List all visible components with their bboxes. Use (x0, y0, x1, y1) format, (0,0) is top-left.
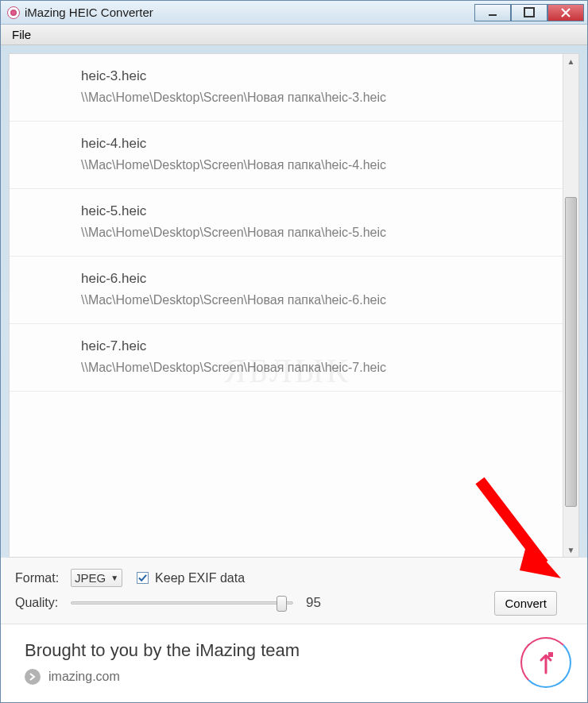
file-path: \\Mac\Home\Desktop\Screen\Новая папка\he… (81, 91, 563, 105)
maximize-button[interactable] (511, 4, 547, 21)
file-row[interactable]: heic-4.heic \\Mac\Home\Desktop\Screen\Но… (10, 122, 563, 189)
file-name: heic-3.heic (81, 68, 563, 84)
minimize-button[interactable] (474, 4, 511, 21)
app-window: iMazing HEIC Converter File heic-3.heic … (0, 0, 588, 703)
menubar: File (1, 25, 587, 45)
file-name: heic-7.heic (81, 338, 563, 354)
file-row[interactable]: heic-3.heic \\Mac\Home\Desktop\Screen\Но… (10, 54, 563, 122)
file-name: heic-6.heic (81, 271, 563, 287)
scroll-down-icon[interactable]: ▼ (563, 543, 578, 557)
file-path: \\Mac\Home\Desktop\Screen\Новая папка\he… (81, 361, 563, 375)
scroll-thumb[interactable] (565, 197, 577, 507)
window-controls (474, 4, 584, 21)
file-name: heic-5.heic (81, 203, 563, 219)
format-value: JPEG (75, 571, 106, 585)
scrollbar[interactable]: ▲ ▼ (563, 54, 578, 557)
footer-link-text: imazing.com (48, 670, 120, 684)
footer-tagline: Brought to you by the iMazing team (25, 640, 520, 661)
content-area: heic-3.heic \\Mac\Home\Desktop\Screen\Но… (9, 53, 579, 558)
app-icon (7, 6, 20, 19)
menu-file[interactable]: File (6, 26, 37, 43)
chevron-down-icon: ▼ (110, 574, 118, 582)
file-row[interactable]: heic-5.heic \\Mac\Home\Desktop\Screen\Но… (10, 189, 563, 257)
controls-panel: Format: JPEG ▼ Keep EXIF data Quality: 9… (1, 558, 587, 624)
close-icon (561, 8, 571, 17)
keep-exif-checkbox[interactable] (137, 572, 149, 584)
keep-exif-label: Keep EXIF data (155, 571, 245, 585)
convert-button[interactable]: Convert (494, 591, 557, 616)
format-select[interactable]: JPEG ▼ (71, 569, 122, 587)
check-icon (138, 574, 147, 582)
quality-label: Quality: (15, 596, 71, 610)
window-title: iMazing HEIC Converter (25, 6, 153, 19)
file-name: heic-4.heic (81, 136, 563, 152)
file-path: \\Mac\Home\Desktop\Screen\Новая папка\he… (81, 293, 563, 307)
arrow-right-icon (25, 669, 41, 685)
footer: Brought to you by the iMazing team imazi… (1, 624, 587, 702)
svg-rect-0 (548, 652, 553, 657)
footer-link[interactable]: imazing.com (25, 669, 520, 685)
file-path: \\Mac\Home\Desktop\Screen\Новая папка\he… (81, 158, 563, 172)
slider-thumb[interactable] (277, 596, 287, 612)
file-row[interactable]: heic-7.heic \\Mac\Home\Desktop\Screen\Но… (10, 324, 563, 392)
file-list: heic-3.heic \\Mac\Home\Desktop\Screen\Но… (10, 54, 563, 557)
quality-slider[interactable] (71, 601, 293, 605)
file-row[interactable]: heic-6.heic \\Mac\Home\Desktop\Screen\Но… (10, 257, 563, 324)
format-label: Format: (15, 571, 71, 585)
file-path: \\Mac\Home\Desktop\Screen\Новая папка\he… (81, 226, 563, 240)
titlebar: iMazing HEIC Converter (1, 1, 587, 25)
scroll-up-icon[interactable]: ▲ (563, 54, 578, 68)
close-button[interactable] (547, 4, 584, 21)
quality-value: 95 (306, 595, 321, 611)
imazing-logo-icon (520, 637, 571, 688)
